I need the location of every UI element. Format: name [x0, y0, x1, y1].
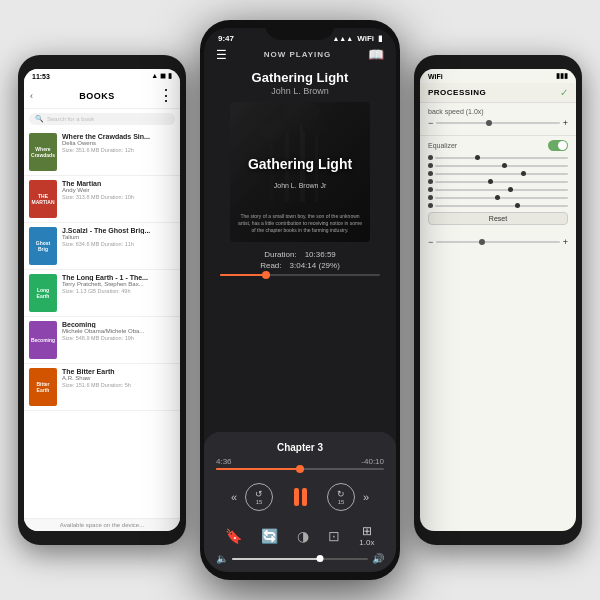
list-item[interactable]: THEMARTIAN The Martian Andy Weir Size: 3… [24, 176, 180, 223]
center-wifi-icon: WiFi [357, 34, 374, 43]
center-progress-section: Duration: 10:36:59 Read: 3:04:14 (29%) [204, 242, 396, 282]
right-speed-plus[interactable]: + [563, 118, 568, 128]
repeat-button[interactable]: 🔄 [261, 528, 278, 544]
volume-high-icon: 🔊 [372, 553, 384, 564]
right-reset-button[interactable]: Reset [428, 212, 568, 225]
book-author-1: Andy Weir [62, 187, 175, 193]
book-author-2: Talium [62, 234, 175, 240]
eq-row-5 [428, 195, 568, 200]
eq-thumb-4 [508, 187, 513, 192]
eq-track-0[interactable] [435, 157, 568, 159]
center-book-author: John L. Brown [204, 86, 396, 102]
center-progress-thumb [262, 271, 270, 279]
center-book-title-section: Gathering Light [204, 66, 396, 86]
right-playback-label: back speed (1.0x) [428, 108, 568, 115]
volume-thumb [317, 555, 324, 562]
right-speed-slider-row: − + [428, 118, 568, 128]
book-meta-2: Size: 634.6 MB Duration: 11h [62, 241, 175, 247]
center-progress-bar[interactable] [220, 274, 380, 276]
eq-track-2[interactable] [435, 173, 568, 175]
right-header-title: PROCESSING [428, 88, 486, 97]
skip-forward-arrow: ↻ [337, 490, 345, 499]
book-title-5: The Bitter Earth [62, 368, 175, 375]
skip-forward-button[interactable]: ↻ 15 [327, 483, 355, 511]
volume-fill [232, 558, 320, 560]
eq-thumb-2 [521, 171, 526, 176]
book-meta-5: Size: 151.6 MB Duration: 5h [62, 382, 175, 388]
center-duration-row: Duration: 10:36:59 [220, 250, 380, 259]
left-phone: 11:53 ▲ ◼ ▮ ‹ BOOKS ⋮ 🔍 Search for a boo… [18, 55, 186, 545]
book-info-1: The Martian Andy Weir Size: 313.8 MB Dur… [62, 180, 175, 200]
pause-bar-right [302, 488, 307, 506]
right-speed-track[interactable] [436, 122, 559, 124]
eq-track-5[interactable] [435, 197, 568, 199]
eq-track-6[interactable] [435, 205, 568, 207]
right-phone-screen: WiFi ▮▮▮ PROCESSING ✓ back speed (1.0x) … [420, 69, 576, 531]
skip-forward-num: 15 [338, 499, 345, 505]
bookmark-button[interactable]: 🔖 [225, 528, 242, 544]
list-item[interactable]: Becoming Becoming Michele Obama/Michele … [24, 317, 180, 364]
right-status-bar: WiFi ▮▮▮ [420, 69, 576, 83]
eq-track-1[interactable] [435, 165, 568, 167]
book-meta-0: Size: 351.6 MB Duration: 12h [62, 147, 175, 153]
left-status-time: 11:53 [32, 73, 50, 80]
player-track-fill [216, 468, 300, 470]
eq-dot-3 [428, 179, 433, 184]
book-meta-3: Size: 1.13 GB Duration: 49h [62, 288, 175, 294]
right-bottom-plus[interactable]: + [563, 237, 568, 247]
list-item[interactable]: WhereCrawdads Where the Crawdads Sin... … [24, 129, 180, 176]
book-author-5: A.R. Shaw [62, 375, 175, 381]
eq-row-6 [428, 203, 568, 208]
right-battery-icon: ▮▮▮ [556, 72, 568, 80]
eq-track-4[interactable] [435, 189, 568, 191]
eq-row-4 [428, 187, 568, 192]
left-back-icon[interactable]: ‹ [30, 91, 33, 101]
player-track-bar[interactable] [216, 468, 384, 470]
right-eq-toggle-thumb [558, 141, 567, 150]
eq-thumb-6 [515, 203, 520, 208]
left-header-title: BOOKS [36, 91, 158, 101]
center-cover-container: Gathering Light John L. Brown Jr The sto… [204, 102, 396, 242]
volume-track[interactable] [232, 558, 368, 560]
center-duration-label: Duration: [264, 250, 296, 259]
center-progress-fill [220, 274, 266, 276]
speed-button[interactable]: ⊞ 1.0x [359, 524, 374, 547]
book-info-3: The Long Earth - 1 - The... Terry Pratch… [62, 274, 175, 294]
list-item[interactable]: BitterEarth The Bitter Earth A.R. Shaw S… [24, 364, 180, 411]
list-item[interactable]: GhostBrig J.Scalzi - The Ghost Brig... T… [24, 223, 180, 270]
pause-bar-left [294, 488, 299, 506]
right-bottom-minus[interactable]: − [428, 237, 433, 247]
center-signal-icon: ▲▲▲ [332, 35, 353, 42]
fast-forward-button[interactable]: » [363, 491, 369, 503]
book-info-5: The Bitter Earth A.R. Shaw Size: 151.6 M… [62, 368, 175, 388]
book-cover-1: THEMARTIAN [29, 180, 57, 218]
eq-track-3[interactable] [435, 181, 568, 183]
center-read-label: Read: [260, 261, 281, 270]
right-bottom-track[interactable] [436, 241, 559, 243]
right-speed-minus[interactable]: − [428, 118, 433, 128]
book-info-0: Where the Crawdads Sin... Delia Owens Si… [62, 133, 175, 153]
cast-button[interactable]: ⊡ [328, 528, 340, 544]
right-eq-text: Equalizer [428, 142, 457, 149]
svg-point-7 [302, 118, 330, 136]
center-menu-icon[interactable]: ☰ [216, 48, 227, 62]
right-eq-sliders [428, 155, 568, 208]
play-pause-button[interactable] [281, 478, 319, 516]
player-controls: « ↺ 15 ↻ 15 » [216, 478, 384, 516]
book-title-3: The Long Earth - 1 - The... [62, 274, 175, 281]
rewind-button[interactable]: « [231, 491, 237, 503]
center-phone-screen: 9:47 ▲▲▲ WiFi ▮ ☰ NOW PLAYING 📖 Gatherin… [204, 28, 396, 572]
right-check-icon[interactable]: ✓ [560, 87, 568, 98]
left-phone-screen: 11:53 ▲ ◼ ▮ ‹ BOOKS ⋮ 🔍 Search for a boo… [24, 69, 180, 531]
moon-button[interactable]: ◑ [297, 528, 309, 544]
list-item[interactable]: LongEarth The Long Earth - 1 - The... Te… [24, 270, 180, 317]
left-header-menu[interactable]: ⋮ [158, 86, 174, 105]
book-cover-0: WhereCrawdads [29, 133, 57, 171]
skip-back-button[interactable]: ↺ 15 [245, 483, 273, 511]
left-search-bar[interactable]: 🔍 Search for a book [29, 113, 175, 125]
right-playback-section: back speed (1.0x) − + [420, 103, 576, 136]
right-eq-toggle[interactable] [548, 140, 568, 151]
eq-dot-2 [428, 171, 433, 176]
center-book-icon[interactable]: 📖 [368, 47, 384, 62]
eq-row-3 [428, 179, 568, 184]
